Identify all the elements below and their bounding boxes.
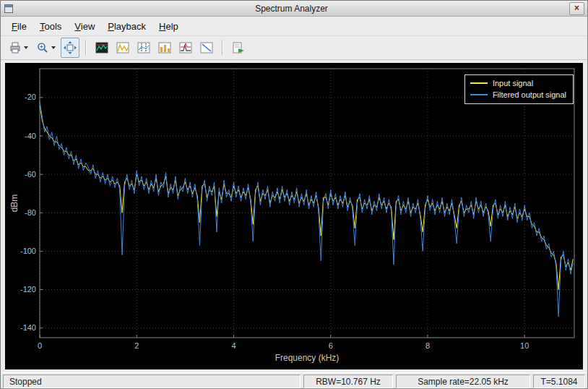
window-title: Spectrum Analyzer xyxy=(14,4,569,14)
spectral-mask-button[interactable] xyxy=(176,38,195,58)
spectrum-analyzer-window: Spectrum Analyzer × FileToolsViewPlaybac… xyxy=(0,0,588,389)
menu-item-playback[interactable]: Playback xyxy=(101,18,152,35)
status-state: Stopped xyxy=(3,375,301,388)
legend-line-sample xyxy=(470,82,488,84)
playback-settings-button[interactable] xyxy=(229,38,248,58)
status-rbw: RBW=10.767 Hz xyxy=(303,375,393,388)
status-bar: Stopped RBW=10.767 Hz Sample rate=22.05 … xyxy=(1,372,587,389)
channel-measurements-button[interactable] xyxy=(155,38,174,58)
menu-item-view[interactable]: View xyxy=(68,18,101,35)
y-tick-label: -60 xyxy=(25,170,36,179)
spectrum-settings-button[interactable] xyxy=(92,38,111,58)
peak-finder-button[interactable] xyxy=(113,38,132,58)
x-tick-label: 2 xyxy=(134,341,139,350)
y-tick-label: -20 xyxy=(25,93,36,101)
menu-item-help[interactable]: Help xyxy=(152,18,185,35)
title-bar[interactable]: Spectrum Analyzer × xyxy=(1,1,587,17)
legend-line-sample xyxy=(470,94,488,95)
figure: 0246810-20-40-60-80-100-120-140 dBm Freq… xyxy=(5,63,583,369)
figure-area: 0246810-20-40-60-80-100-120-140 dBm Freq… xyxy=(1,60,587,372)
x-tick-label: 10 xyxy=(520,341,529,350)
x-tick-label: 4 xyxy=(231,341,235,350)
legend-label: Input signal xyxy=(493,79,533,87)
y-tick-label: -80 xyxy=(25,208,36,217)
series-1 xyxy=(40,101,573,317)
x-tick-label: 6 xyxy=(329,341,333,350)
menu-item-tools[interactable]: Tools xyxy=(33,18,68,35)
status-sample-rate: Sample rate=22.05 kHz xyxy=(396,375,530,388)
expand-icon xyxy=(64,41,77,54)
legend-entry-1[interactable]: Filtered output signal xyxy=(470,89,566,101)
y-axis-label: dBm xyxy=(9,189,20,218)
legend-entry-0[interactable]: Input signal xyxy=(470,77,566,89)
y-tick-label: -100 xyxy=(20,247,36,255)
scale-axes-button[interactable] xyxy=(61,38,79,58)
blue-slope-icon xyxy=(200,41,213,54)
toolbar-separator xyxy=(85,40,87,56)
spectrum-plot[interactable]: 0246810-20-40-60-80-100-120-140 xyxy=(5,63,583,369)
spectrum-icon xyxy=(95,41,108,54)
x-axis-label: Frequency (kHz) xyxy=(40,353,574,363)
zoom-button[interactable] xyxy=(33,38,59,58)
ccdf-measurements-button[interactable] xyxy=(197,38,216,58)
printer-icon xyxy=(9,41,22,54)
window-icon xyxy=(4,4,14,14)
mask-icon xyxy=(179,41,192,54)
legend[interactable]: Input signalFiltered output signal xyxy=(464,74,574,104)
status-time: T=5.1084 xyxy=(533,375,585,388)
toolbar-separator xyxy=(222,40,223,56)
magnifier-icon xyxy=(36,41,49,54)
x-tick-label: 0 xyxy=(38,341,42,350)
orange-bars-icon xyxy=(158,41,171,54)
yellow-peaks-icon xyxy=(116,41,129,54)
menu-item-file[interactable]: File xyxy=(5,18,33,35)
x-tick-label: 8 xyxy=(425,341,430,350)
y-tick-label: -140 xyxy=(20,323,36,332)
close-button[interactable]: × xyxy=(569,2,584,15)
play-chart-icon xyxy=(232,41,245,54)
y-tick-label: -40 xyxy=(25,132,36,140)
toolbar xyxy=(1,36,587,60)
dropdown-caret-icon[interactable] xyxy=(51,46,56,49)
legend-label: Filtered output signal xyxy=(493,90,566,99)
dropdown-caret-icon[interactable] xyxy=(24,46,28,49)
cursor-measurements-button[interactable] xyxy=(134,38,153,58)
print-button[interactable] xyxy=(6,38,31,58)
cursor-icon xyxy=(137,41,150,54)
y-tick-label: -120 xyxy=(20,285,36,294)
menu-bar: FileToolsViewPlaybackHelp xyxy=(1,17,587,36)
